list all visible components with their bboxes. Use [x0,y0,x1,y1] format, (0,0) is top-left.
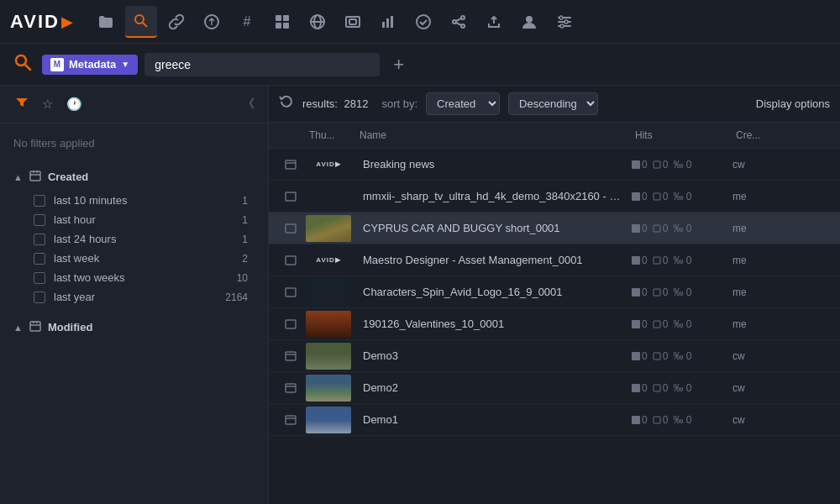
svg-rect-52 [632,288,640,297]
nav-export-btn[interactable] [478,6,510,38]
sort-by-label: sort by: [381,97,417,110]
table-row[interactable]: mmxii-_sharp_tv_ultra_hd_4k_demo_3840x21… [269,181,840,213]
nav-link-btn[interactable] [160,6,192,38]
nav-chart-btn[interactable] [372,6,404,38]
filter-checkbox-24h[interactable] [34,234,45,245]
filter-item-year[interactable]: last year 2164 [13,287,255,307]
sidebar-toolbar: ☆ 🕐 《 [0,86,268,123]
svg-rect-50 [654,257,660,264]
row-type-icon [276,350,306,362]
filter-count-twoweeks: 10 [237,272,248,284]
table-row[interactable]: AVID▶ Breaking news 0 0 ‰ 0 cw [269,149,840,181]
nav-share-btn[interactable] [443,6,475,38]
table-row[interactable]: AVID▶ Maestro Designer - Asset Managemen… [269,244,840,276]
row-hits: 0 0 ‰ 0 [632,191,732,202]
filter-item-hour[interactable]: last hour 1 [13,210,255,229]
filter-label-10min: last 10 minutes [54,194,242,207]
table-row[interactable]: Demo3 0 0 ‰ 0 cw [269,340,840,372]
nav-globe-btn[interactable] [302,6,333,38]
svg-point-18 [461,24,465,28]
filter-label-year: last year [54,291,225,303]
nav-icon-group: # [90,6,830,38]
header-type [276,128,306,143]
filter-count-24h: 1 [242,234,248,245]
svg-rect-41 [654,161,660,168]
metadata-label: Metadata [69,58,116,71]
filter-section-modified-header[interactable]: ▲ Modified [13,320,255,334]
table-row[interactable]: 190126_Valentines_10_0001 0 0 ‰ 0 me [269,308,840,340]
filter-item-twoweeks[interactable]: last two weeks 10 [13,268,255,287]
table-row[interactable]: Demo2 0 0 ‰ 0 cw [269,372,840,404]
filter-checkbox-week[interactable] [34,253,45,265]
hit-group-1: 0 [632,382,648,394]
add-search-btn[interactable]: + [386,54,411,76]
svg-rect-30 [30,171,40,181]
hit-group-1: 0 [632,414,648,426]
row-thumbnail [306,375,351,402]
table-row[interactable]: Demo1 0 0 ‰ 0 cw [269,404,840,436]
order-select[interactable]: Descending Ascending [508,92,598,115]
row-type-icon [276,382,306,394]
svg-rect-47 [654,225,660,232]
svg-rect-13 [386,18,389,28]
hit-group-2: 0 [653,382,669,394]
svg-line-19 [456,18,461,21]
nav-hashtag-btn[interactable]: # [231,6,263,38]
sidebar-history-btn[interactable]: 🕐 [65,95,84,113]
header-hits: Hits [632,128,732,143]
filter-count-10min: 1 [242,195,248,207]
nav-capture-btn[interactable] [337,6,369,38]
sidebar: ☆ 🕐 《 No filters applied ▲ Created last … [0,86,269,504]
metadata-chevron-icon: ▼ [121,60,129,69]
nav-upload-btn[interactable] [196,6,228,38]
svg-rect-5 [276,23,281,29]
svg-rect-56 [654,321,660,328]
filter-item-week[interactable]: last week 2 [13,249,255,268]
filter-checkbox-hour[interactable] [34,214,45,226]
nav-check-btn[interactable] [407,6,439,38]
row-name: Demo3 [356,349,632,362]
refresh-btn[interactable] [279,94,294,113]
svg-rect-54 [286,320,296,328]
modified-section-label: Modified [48,321,92,333]
nav-user-btn[interactable] [513,6,545,38]
filter-section-created-header[interactable]: ▲ Created [13,170,255,184]
filter-label-hour: last hour [54,213,242,226]
hit-group-2: 0 [653,286,669,298]
filter-checkbox-year[interactable] [34,291,45,303]
nav-folder-btn[interactable] [90,6,122,38]
svg-rect-59 [632,352,640,360]
metadata-badge[interactable]: M Metadata ▼ [42,55,138,75]
filter-checkbox-twoweeks[interactable] [34,272,45,284]
row-thumbnail [306,311,351,338]
svg-rect-64 [654,385,660,391]
sidebar-star-btn[interactable]: ☆ [40,95,55,113]
sidebar-collapse-btn[interactable]: 《 [243,97,255,112]
filter-checkbox-10min[interactable] [34,195,45,207]
app-logo: AVID ▶ [10,11,73,33]
hit-group-2: 0 [653,318,669,330]
nav-layout-btn[interactable] [266,6,298,38]
results-count-text: results: [302,97,338,110]
svg-point-25 [559,16,563,19]
nav-prefs-btn[interactable] [549,6,580,38]
filter-count-week: 2 [242,253,248,265]
results-table: Thu... Name Hits Cre... AVID▶ Breaking n… [269,123,840,504]
row-created: cw [732,159,833,171]
svg-rect-42 [286,192,296,201]
nav-search-btn[interactable] [125,6,157,38]
row-created: cw [732,414,833,426]
table-row[interactable]: Characters_Spin_Avid_Logo_16_9_0001 0 0 … [269,276,840,308]
hit-group-3: ‰ 0 [673,318,691,330]
sidebar-filter-btn[interactable] [13,94,30,114]
search-input[interactable] [144,53,380,76]
filter-item-10min[interactable]: last 10 minutes 1 [13,191,255,210]
svg-rect-65 [286,416,296,424]
filter-item-24h[interactable]: last 24 hours 1 [13,229,255,249]
table-row[interactable]: CYPRUS CAR AND BUGGY short_0001 0 0 ‰ 0 … [269,213,840,244]
hit-group-3: ‰ 0 [673,223,691,234]
sort-select[interactable]: Created Modified Name Duration [426,92,500,115]
svg-rect-49 [632,256,640,265]
svg-rect-55 [632,320,640,328]
display-options-btn[interactable]: Display options [756,97,830,110]
